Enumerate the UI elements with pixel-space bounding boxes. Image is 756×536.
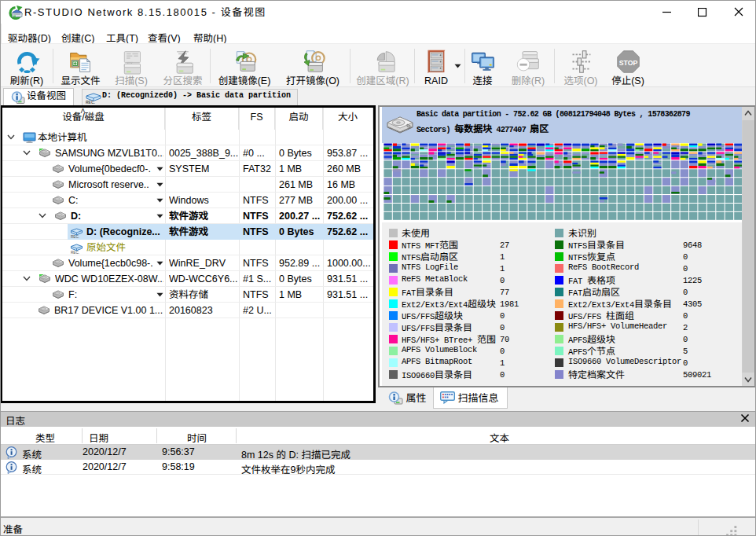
svg-text:REC.: REC. xyxy=(71,235,79,238)
svg-text:REC.: REC. xyxy=(86,100,96,104)
svg-text:REC.: REC. xyxy=(71,251,79,254)
svg-text:STOP: STOP xyxy=(618,59,637,67)
